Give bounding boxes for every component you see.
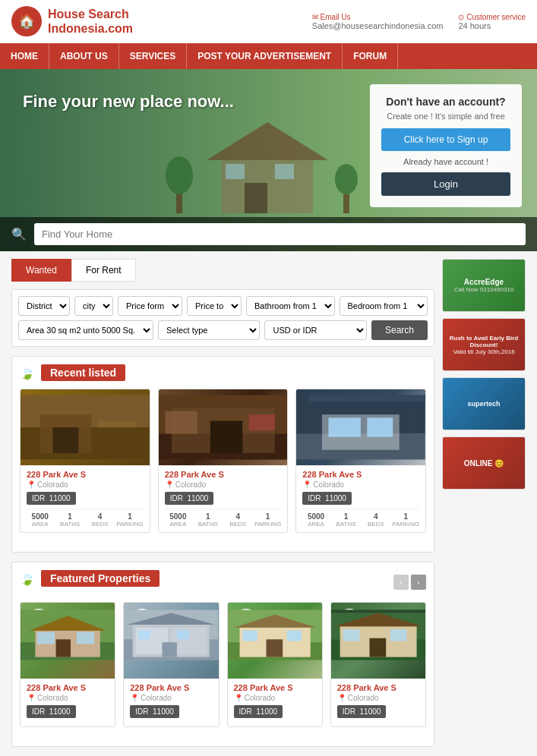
- svg-rect-18: [165, 411, 197, 434]
- featured-price-2: IDR 11000: [130, 705, 179, 718]
- price-to-select[interactable]: Price to: [187, 296, 242, 316]
- location-icon-2: 📍: [165, 480, 174, 489]
- bedroom-select[interactable]: Bedroom from 1: [340, 296, 428, 316]
- stat-parking-2: 1PARKING: [254, 512, 281, 528]
- card-addr-2: 228 Park Ave S: [165, 470, 282, 479]
- prev-arrow[interactable]: ‹: [393, 575, 409, 590]
- nav-home[interactable]: HOME: [0, 43, 49, 69]
- svg-rect-12: [52, 427, 78, 453]
- featured-loc-1: 📍Colorado: [27, 694, 109, 702]
- card-price-2: IDR 11000: [165, 492, 214, 505]
- recent-card-1: Rent 228 Park Ave S 📍Colorado IDR 11000: [20, 389, 150, 533]
- signup-button[interactable]: Click here to Sign up: [381, 128, 510, 151]
- nav-forum[interactable]: FORUM: [343, 43, 398, 69]
- svg-point-8: [335, 164, 358, 194]
- stat-baths-2: 1BATHS: [194, 512, 221, 528]
- svg-point-6: [166, 156, 193, 194]
- city-select[interactable]: city: [74, 296, 113, 316]
- header-contact: ✉ Email Us Sales@housesearchindonesia.co…: [312, 13, 526, 30]
- header: House Search Indonesia.com ✉ Email Us Sa…: [0, 0, 537, 43]
- hero-card: Don't have an account? Create one ! It's…: [370, 84, 522, 207]
- logo-icon: [11, 6, 42, 36]
- svg-rect-23: [329, 417, 361, 436]
- filter-row-2: Area 30 sq m2 unto 5000 Sq. Select type …: [18, 320, 428, 340]
- card-body-3: 228 Park Ave S 📍Colorado IDR 11000 5000A…: [296, 465, 425, 532]
- main-nav: HOME ABOUT US SERVICES POST YOUR ADVERTI…: [0, 43, 537, 69]
- service-label: ⊙ Customer service: [458, 13, 526, 21]
- tab-for-rent[interactable]: For Rent: [71, 259, 136, 282]
- currency-select[interactable]: USD or IDR: [264, 320, 366, 340]
- recent-title: 🍃 Recent listed: [20, 364, 426, 381]
- recent-heading: Recent listed: [41, 364, 125, 381]
- logo-area: House Search Indonesia.com: [11, 6, 133, 36]
- hero-tagline: Fine your new place now...: [23, 92, 234, 112]
- sidebar: AccreEdge Call Now 9210490310 Rush to Av…: [442, 259, 526, 756]
- property-tabs: Wanted For Rent: [11, 259, 434, 282]
- sidebar-ad-4[interactable]: ONLINE 😊: [442, 436, 526, 490]
- featured-price-1: IDR 11000: [27, 705, 76, 718]
- logo-tld: .com: [105, 22, 133, 35]
- svg-rect-38: [163, 642, 177, 657]
- email-label: ✉ Email Us: [312, 13, 444, 21]
- hero-card-subtitle: Create one ! It's simple and free: [381, 112, 510, 121]
- featured-loc-icon-1: 📍: [27, 694, 36, 702]
- recent-leaf-icon: 🍃: [20, 366, 35, 380]
- stat-area-1: 5000AREA: [27, 512, 53, 528]
- svg-rect-24: [368, 417, 393, 436]
- card-loc-1: 📍Colorado: [27, 480, 144, 489]
- nav-post-ad[interactable]: POST YOUR ADVERTISEMENT: [187, 43, 343, 69]
- svg-rect-30: [56, 639, 71, 657]
- service-value: 24 hours: [458, 21, 526, 30]
- card-price-3: IDR 11000: [302, 492, 352, 505]
- card-addr-1: 228 Park Ave S: [27, 470, 144, 479]
- featured-addr-4: 228 Park Ave S: [337, 683, 419, 692]
- stat-parking-1: 1PARKING: [116, 512, 143, 528]
- svg-rect-4: [275, 164, 294, 179]
- stat-area-3: 5000AREA: [302, 512, 329, 528]
- svg-rect-3: [226, 164, 245, 179]
- search-button[interactable]: Search: [371, 320, 428, 340]
- featured-loc-icon-3: 📍: [234, 694, 243, 702]
- featured-leaf-icon: 🍃: [20, 572, 35, 586]
- next-arrow[interactable]: ›: [411, 575, 426, 590]
- recent-grid: Rent 228 Park Ave S 📍Colorado IDR 11000: [20, 389, 426, 533]
- featured-img-4: Rent: [331, 603, 425, 679]
- search-input[interactable]: [34, 223, 526, 245]
- price-from-select[interactable]: Price form: [118, 296, 182, 316]
- district-select[interactable]: District: [18, 296, 70, 316]
- stat-baths-1: 1BATHS: [56, 512, 83, 528]
- sidebar-ad-2[interactable]: Rush to Avail Early Bird Discount! Valid…: [442, 318, 526, 371]
- sidebar-ad-1[interactable]: AccreEdge Call Now 9210490310: [442, 259, 526, 312]
- stat-beds-1: 4BEDS: [87, 512, 113, 528]
- area-select[interactable]: Area 30 sq m2 unto 5000 Sq.: [18, 320, 153, 340]
- login-button[interactable]: Login: [381, 172, 510, 196]
- featured-loc-4: 📍Colorado: [337, 694, 419, 702]
- svg-rect-2: [245, 183, 267, 213]
- bathroom-select[interactable]: Bathroom from 1: [246, 296, 335, 316]
- svg-rect-47: [242, 631, 257, 641]
- type-select[interactable]: Select type: [158, 320, 260, 340]
- featured-loc-icon-2: 📍: [130, 694, 139, 702]
- search-bar: 🔍: [0, 217, 537, 251]
- sidebar-ad-3[interactable]: supertech: [442, 377, 526, 430]
- card-price-1: IDR 11000: [27, 492, 76, 505]
- featured-body-3: 228 Park Ave S 📍Colorado IDR 11000: [228, 679, 322, 726]
- svg-rect-48: [286, 631, 301, 641]
- carousel-nav: ‹ ›: [393, 575, 426, 590]
- sidebar-ad-1-text: AccreEdge Call Now 9210490310: [452, 276, 516, 295]
- stat-beds-3: 4BEDS: [362, 512, 389, 528]
- main-content: Wanted For Rent District city Price form…: [0, 251, 537, 756]
- location-icon-3: 📍: [302, 480, 311, 489]
- hero-card-title: Don't have an account?: [381, 96, 510, 108]
- featured-addr-2: 228 Park Ave S: [130, 683, 212, 692]
- featured-body-1: 228 Park Ave S 📍Colorado IDR 11000: [21, 679, 115, 726]
- featured-card-3: Rent 228 Park Ave S 📍C: [227, 602, 323, 727]
- nav-services[interactable]: SERVICES: [119, 43, 187, 69]
- featured-body-4: 228 Park Ave S 📍Colorado IDR 11000: [331, 679, 425, 726]
- card-body-1: 228 Park Ave S 📍Colorado IDR 11000 5000A…: [21, 465, 150, 532]
- nav-about[interactable]: ABOUT US: [49, 43, 119, 69]
- featured-img-1: Rent: [21, 603, 115, 679]
- featured-card-4: Rent 228 Park Ave S: [330, 602, 426, 727]
- card-loc-3: 📍Colorado: [302, 480, 419, 489]
- tab-wanted[interactable]: Wanted: [11, 259, 71, 282]
